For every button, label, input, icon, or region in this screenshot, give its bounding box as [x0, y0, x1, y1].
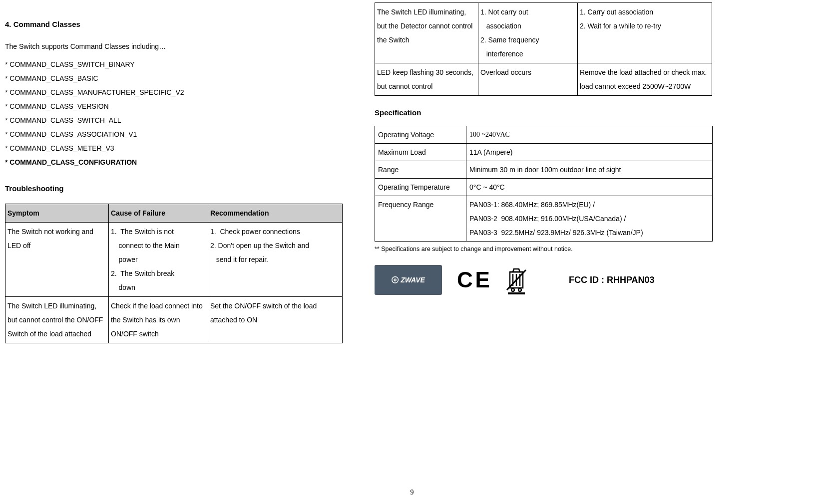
list-item: * COMMAND_CLASS_BASIC [5, 71, 355, 85]
weee-bin-icon [504, 265, 529, 295]
cell-symptom: The Switch LED illuminating, but cannot … [5, 297, 109, 343]
spec-label: Maximum Load [375, 144, 466, 161]
section-heading-specification: Specification [375, 108, 734, 117]
ce-mark-icon: C E [457, 267, 489, 292]
spec-label: Range [375, 161, 466, 179]
list-item: * COMMAND_CLASS_SWITCH_BINARY [5, 57, 355, 71]
table-row: Range Minimum 30 m in door 100m outdoor … [375, 161, 713, 179]
spec-value: Minimum 30 m in door 100m outdoor line o… [466, 161, 713, 179]
list-item: * COMMAND_CLASS_METER_V3 [5, 141, 355, 155]
cell-rec: 1. Carry out association2. Wait for a wh… [578, 3, 712, 63]
cell-symptom: The Switch LED illuminating, but the Det… [375, 3, 478, 63]
logo-row: ⦾ ZWAVE C E [375, 265, 734, 295]
spec-value: 100 ~240VAC [466, 126, 713, 144]
section-heading-command-classes: 4. Command Classes [5, 20, 355, 28]
command-class-list: * COMMAND_CLASS_SWITCH_BINARY * COMMAND_… [5, 57, 355, 169]
table-header: Cause of Failure [109, 204, 208, 223]
spec-label: Operating Voltage [375, 126, 466, 144]
list-item: * COMMAND_CLASS_ASSOCIATION_V1 [5, 127, 355, 141]
cell-rec: Remove the load attached or check max. l… [578, 63, 712, 96]
table-header: Symptom [5, 204, 109, 223]
specification-table: Operating Voltage 100 ~240VAC Maximum Lo… [375, 126, 713, 242]
table-row: Maximum Load 11A (Ampere) [375, 144, 713, 161]
spec-value: 11A (Ampere) [466, 144, 713, 161]
fcc-id-label: FCC ID : RHHPAN03 [569, 275, 655, 285]
list-item: * COMMAND_CLASS_VERSION [5, 99, 355, 113]
spec-value: 0°C ~ 40°C [466, 179, 713, 196]
table-row: Operating Voltage 100 ~240VAC [375, 126, 713, 144]
list-item: * COMMAND_CLASS_SWITCH_ALL [5, 113, 355, 127]
troubleshooting-table-right: The Switch LED illuminating, but the Det… [375, 2, 712, 96]
table-row: The Switch LED illuminating, but the Det… [375, 3, 712, 63]
table-row: Frequency Range PAN03-1: 868.40MHz; 869.… [375, 196, 713, 242]
cell-rec: Set the ON/OFF switch of the load attach… [208, 297, 343, 343]
troubleshooting-table-left: Symptom Cause of Failure Recommendation … [5, 204, 343, 343]
table-row: The Switch LED illuminating, but cannot … [5, 297, 343, 343]
spec-label: Frequency Range [375, 196, 466, 242]
cell-cause: Check if the load connect into the Switc… [109, 297, 208, 343]
table-row: The Switch not working and LED off 1. Th… [5, 223, 343, 297]
cell-cause: 1. The Switch is not connect to the Main… [109, 223, 208, 297]
table-header: Recommendation [208, 204, 343, 223]
list-item: * COMMAND_CLASS_CONFIGURATION [5, 155, 355, 169]
spec-footnote: ** Specifications are subject to change … [375, 246, 734, 252]
list-item: * COMMAND_CLASS_MANUFACTURER_SPECIFIC_V2 [5, 85, 355, 99]
spec-value: PAN03-1: 868.40MHz; 869.85MHz(EU) /PAN03… [466, 196, 713, 242]
svg-point-5 [511, 288, 514, 291]
cell-symptom: LED keep flashing 30 seconds, but cannot… [375, 63, 478, 96]
cell-rec: 1. Check power connections2. Don't open … [208, 223, 343, 297]
spec-label: Operating Temperature [375, 179, 466, 196]
command-classes-intro: The Switch supports Command Classes incl… [5, 39, 355, 53]
cell-cause: 1. Not carry out association2. Same freq… [478, 3, 578, 63]
table-row: LED keep flashing 30 seconds, but cannot… [375, 63, 712, 96]
table-row: Operating Temperature 0°C ~ 40°C [375, 179, 713, 196]
cell-cause: Overload occurs [478, 63, 578, 96]
wifi-icon: ⦾ [392, 275, 399, 285]
cell-symptom: The Switch not working and LED off [5, 223, 109, 297]
zwave-logo: ⦾ ZWAVE [375, 265, 442, 295]
page-number: 9 [411, 489, 414, 497]
zwave-text: ZWAVE [401, 276, 425, 284]
section-heading-troubleshooting: Troubleshooting [5, 184, 355, 193]
svg-point-6 [518, 288, 521, 291]
